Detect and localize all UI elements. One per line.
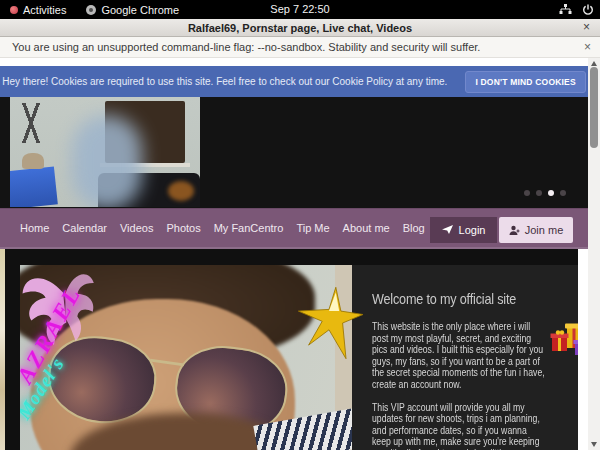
desktop-screen: Activities Google Chrome Sep 7 22:50 Ral… xyxy=(0,0,600,450)
main-section: Azrael Model's Welcome to my official si… xyxy=(0,249,588,450)
flag-warning-text: You are using an unsupported command-lin… xyxy=(0,41,480,53)
person-add-icon xyxy=(509,225,520,236)
flag-warning-bar: You are using an unsupported command-lin… xyxy=(0,37,600,58)
decorative-lamp-shape xyxy=(22,153,44,169)
nav-item-photos[interactable]: Photos xyxy=(166,222,200,234)
page-scrollbar[interactable] xyxy=(588,58,600,450)
decorative-screen-shape xyxy=(10,166,58,207)
nav-links: Home Calendar Videos Photos My FanCentro… xyxy=(0,222,425,234)
carousel-dot-2[interactable] xyxy=(536,190,542,196)
carousel-dot-3-active[interactable] xyxy=(548,190,554,196)
taskbar-chrome-item[interactable]: Google Chrome xyxy=(76,0,189,19)
cookie-message: Hey there! Cookies are required to use t… xyxy=(2,76,447,87)
welcome-panel: Welcome to my official site This website… xyxy=(352,265,578,450)
gold-star-icon xyxy=(295,287,363,359)
window-close-icon[interactable]: × xyxy=(583,20,590,34)
flag-warning-close-icon[interactable]: × xyxy=(584,40,591,54)
welcome-text-block: Welcome to my official site This website… xyxy=(372,291,548,450)
content-box: Azrael Model's Welcome to my official si… xyxy=(5,249,578,450)
send-icon xyxy=(442,225,454,235)
nav-item-aboutme[interactable]: About me xyxy=(343,222,390,234)
decorative-shape xyxy=(168,181,194,201)
chrome-label: Google Chrome xyxy=(101,4,179,16)
join-me-button[interactable]: Join me xyxy=(499,217,573,243)
login-label: Login xyxy=(459,224,486,236)
scrollbar-up-icon[interactable] xyxy=(591,61,597,66)
browser-viewport: Hey there! Cookies are required to use t… xyxy=(0,58,600,450)
carousel-dot-1[interactable] xyxy=(524,190,530,196)
cookie-accept-button[interactable]: I DON'T MIND COOKIES xyxy=(465,71,585,93)
login-button[interactable]: Login xyxy=(430,217,497,243)
join-me-label: Join me xyxy=(525,224,564,236)
carousel-dot-4[interactable] xyxy=(560,190,566,196)
clock[interactable]: Sep 7 22:50 xyxy=(270,0,329,19)
nav-item-home[interactable]: Home xyxy=(20,222,49,234)
nav-item-blog[interactable]: Blog xyxy=(403,222,425,234)
window-title: Ralfael69, Pornstar page, Live chat, Vid… xyxy=(188,22,412,34)
welcome-paragraph-1: This website is the only place where i w… xyxy=(372,321,548,391)
scrollbar-down-icon[interactable] xyxy=(591,442,597,447)
activities-dot-icon xyxy=(10,6,18,14)
hero-carousel xyxy=(0,97,588,208)
carousel-dots xyxy=(524,190,566,196)
scrollbar-thumb[interactable] xyxy=(590,67,598,148)
hero-photo-placeholder xyxy=(10,97,200,207)
window-titlebar: Ralfael69, Pornstar page, Live chat, Vid… xyxy=(0,19,600,37)
network-icon[interactable] xyxy=(559,4,572,15)
welcome-heading: Welcome to my official site xyxy=(372,291,548,307)
nav-item-videos[interactable]: Videos xyxy=(120,222,153,234)
decorative-blur-shape xyxy=(72,115,142,207)
cookie-banner: Hey there! Cookies are required to use t… xyxy=(0,66,588,97)
nav-item-tipme[interactable]: Tip Me xyxy=(296,222,329,234)
nav-item-fancentro[interactable]: My FanCentro xyxy=(214,222,284,234)
welcome-paragraph-2: This VIP account will provide you all my… xyxy=(372,402,548,450)
activities-label: Activities xyxy=(23,4,66,16)
nav-item-calendar[interactable]: Calendar xyxy=(62,222,107,234)
chrome-icon xyxy=(86,5,96,15)
system-tray xyxy=(559,0,594,19)
decorative-tripod-shape xyxy=(16,103,46,143)
power-icon[interactable] xyxy=(582,4,594,16)
gnome-top-bar: Activities Google Chrome Sep 7 22:50 xyxy=(0,0,600,19)
site-navbar: Home Calendar Videos Photos My FanCentro… xyxy=(0,208,588,249)
gift-boxes-icon xyxy=(550,321,578,363)
activities-button[interactable]: Activities xyxy=(0,0,76,19)
